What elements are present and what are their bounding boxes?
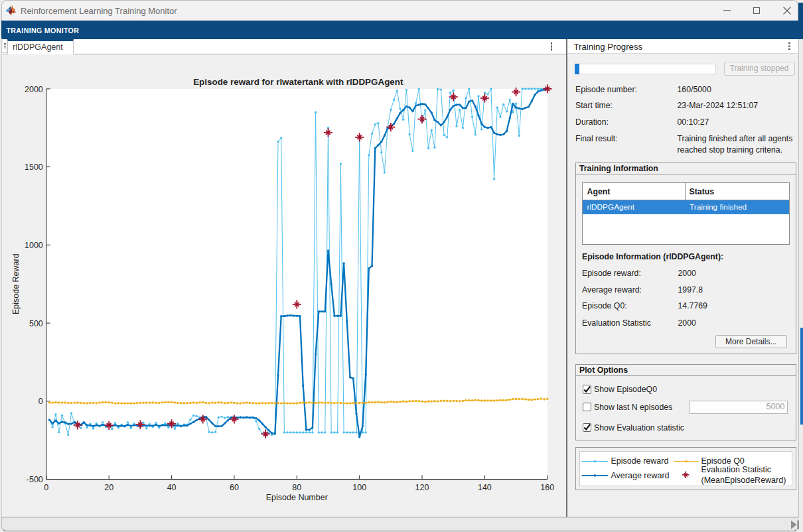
svg-text:1500: 1500 [25, 163, 43, 172]
svg-text:20: 20 [104, 482, 113, 492]
svg-text:40: 40 [167, 482, 177, 492]
svg-text:2000: 2000 [25, 84, 43, 94]
svg-text:140: 140 [478, 482, 492, 492]
svg-text:Episode Number: Episode Number [266, 493, 328, 502]
svg-text:-500: -500 [27, 475, 43, 484]
svg-text:80: 80 [292, 482, 301, 492]
svg-text:160: 160 [540, 482, 554, 492]
svg-text:Episode Reward: Episode Reward [11, 253, 21, 314]
svg-text:500: 500 [29, 318, 43, 328]
svg-text:0: 0 [44, 482, 48, 492]
svg-text:1000: 1000 [25, 240, 43, 249]
svg-text:100: 100 [352, 482, 366, 492]
svg-text:0: 0 [38, 397, 43, 406]
svg-text:Episode reward for rlwatertank: Episode reward for rlwatertank with rlDD… [193, 77, 403, 87]
svg-text:120: 120 [415, 482, 429, 492]
svg-text:60: 60 [230, 482, 239, 492]
